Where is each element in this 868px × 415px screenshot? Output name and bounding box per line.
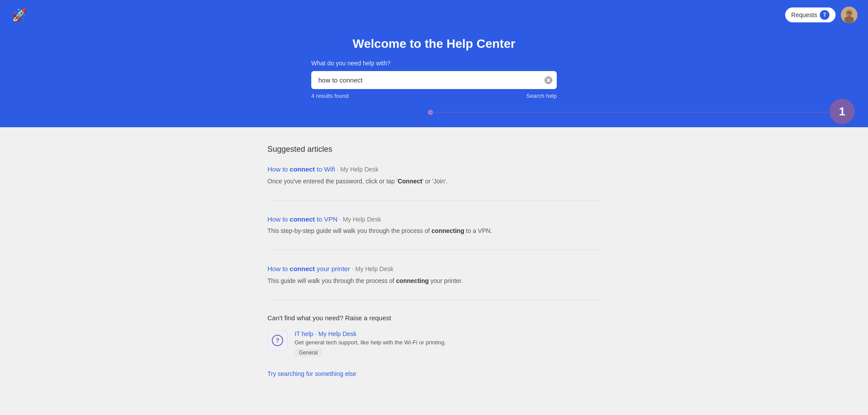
article-title-printer: How to connect your printer · My Help De… bbox=[267, 264, 601, 274]
requests-button[interactable]: Requests 7 bbox=[785, 7, 836, 22]
svg-point-5 bbox=[850, 12, 851, 14]
article-source-wifi: · My Help Desk bbox=[337, 166, 378, 173]
requests-count: 7 bbox=[820, 10, 829, 20]
article-source-printer: · My Help Desk bbox=[352, 265, 394, 272]
bold-connecting-vpn: connecting bbox=[431, 227, 464, 234]
bold-connecting-printer: connecting bbox=[396, 277, 429, 284]
suggested-articles-title: Suggested articles bbox=[267, 145, 601, 154]
article-suffix-vpn: to VPN bbox=[315, 215, 338, 223]
it-help-link[interactable]: IT help bbox=[295, 330, 313, 337]
article-link-wifi[interactable]: How to connect to Wifi bbox=[267, 165, 337, 173]
service-info: IT help · My Help Desk Get general tech … bbox=[295, 330, 446, 357]
article-suffix-wifi: to Wifi bbox=[315, 165, 335, 173]
search-label: What do you need help with? bbox=[311, 60, 557, 67]
article-item: How to connect to VPN · My Help Desk Thi… bbox=[267, 215, 601, 250]
article-item: How to connect to Wifi · My Help Desk On… bbox=[267, 165, 601, 200]
search-help-link[interactable]: Search help bbox=[526, 93, 557, 99]
article-title-wifi: How to connect to Wifi · My Help Desk bbox=[267, 165, 601, 174]
search-input[interactable] bbox=[311, 71, 557, 89]
header-hero: 🚀 Requests 7 bbox=[0, 0, 868, 127]
service-title[interactable]: IT help · My Help Desk bbox=[295, 330, 446, 337]
avatar[interactable] bbox=[841, 7, 857, 23]
article-item: How to connect your printer · My Help De… bbox=[267, 264, 601, 300]
hero-content: Welcome to the Help Center What do you n… bbox=[311, 37, 557, 99]
cant-find-title: Can't find what you need? Raise a reques… bbox=[267, 314, 601, 322]
article-highlight-printer: connect bbox=[290, 265, 315, 272]
article-prefix-printer: How to bbox=[267, 265, 290, 272]
logo[interactable]: 🚀 bbox=[11, 6, 28, 24]
article-suffix-printer: your printer bbox=[315, 265, 350, 272]
search-clear-button[interactable] bbox=[544, 76, 552, 84]
svg-point-4 bbox=[848, 12, 849, 14]
cant-find-section: Can't find what you need? Raise a reques… bbox=[267, 314, 601, 357]
svg-text:?: ? bbox=[276, 337, 280, 344]
article-desc-wifi: Once you've entered the password, click … bbox=[267, 177, 601, 186]
header-right: Requests 7 bbox=[785, 7, 857, 23]
main-area: Suggested articles How to connect to Wif… bbox=[0, 127, 868, 415]
it-help-icon: ? bbox=[267, 330, 288, 351]
clear-icon bbox=[544, 76, 552, 84]
hero-title: Welcome to the Help Center bbox=[311, 37, 557, 51]
svg-point-2 bbox=[844, 16, 854, 23]
article-desc-printer: This guide will walk you through the pro… bbox=[267, 276, 601, 286]
requests-label: Requests bbox=[791, 11, 817, 18]
service-desc: Get general tech support, like help with… bbox=[295, 339, 446, 346]
article-link-printer[interactable]: How to connect your printer bbox=[267, 265, 352, 272]
article-highlight-vpn: connect bbox=[290, 215, 315, 223]
service-source: · My Help Desk bbox=[315, 330, 356, 337]
search-meta: 4 results found Search help bbox=[311, 93, 557, 99]
search-container bbox=[311, 71, 557, 89]
article-link-vpn[interactable]: How to connect to VPN bbox=[267, 215, 339, 223]
article-desc-vpn: This step-by-step guide will walk you th… bbox=[267, 226, 601, 236]
top-nav: 🚀 Requests 7 bbox=[0, 0, 868, 30]
article-highlight-wifi: connect bbox=[290, 165, 315, 173]
article-title-vpn: How to connect to VPN · My Help Desk bbox=[267, 215, 601, 224]
question-circle-icon: ? bbox=[272, 335, 283, 346]
article-prefix-vpn: How to bbox=[267, 215, 290, 223]
try-searching-link[interactable]: Try searching for something else bbox=[267, 370, 356, 377]
avatar-image bbox=[841, 7, 857, 23]
try-searching: Try searching for something else bbox=[267, 370, 601, 378]
service-badge: General bbox=[295, 349, 322, 357]
svg-point-3 bbox=[847, 11, 852, 16]
main-content: Suggested articles How to connect to Wif… bbox=[259, 127, 609, 395]
logo-icon: 🚀 bbox=[12, 8, 27, 22]
bold-connect-wifi: Connect bbox=[398, 178, 422, 185]
article-prefix-wifi: How to bbox=[267, 165, 290, 173]
results-count: 4 results found bbox=[311, 93, 349, 99]
article-source-vpn: · My Help Desk bbox=[339, 216, 381, 223]
service-card: ? IT help · My Help Desk Get general tec… bbox=[267, 330, 601, 357]
